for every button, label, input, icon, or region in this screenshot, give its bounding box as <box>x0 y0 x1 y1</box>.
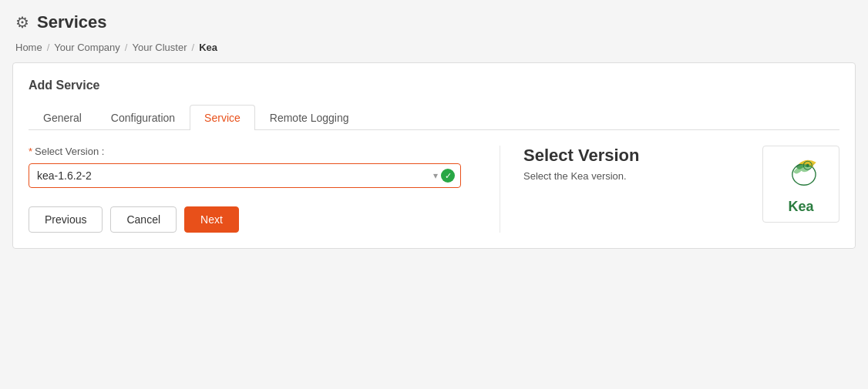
svg-point-2 <box>806 164 809 167</box>
help-text-area: Select Version Select the Kea version. <box>523 146 639 182</box>
page-title: Services <box>37 12 107 32</box>
breadcrumb-cluster[interactable]: Your Cluster <box>132 42 187 53</box>
content-area: *Select Version : kea-1.6.2-2 kea-1.5.0-… <box>29 146 839 233</box>
select-version-label: *Select Version : <box>29 146 461 157</box>
form-section: *Select Version : kea-1.6.2-2 kea-1.5.0-… <box>29 146 484 233</box>
tab-remote-logging[interactable]: Remote Logging <box>255 105 364 130</box>
tab-service[interactable]: Service <box>190 105 255 130</box>
select-version-wrapper: kea-1.6.2-2 kea-1.5.0-1 kea-1.4.0-1 ▾ ✓ <box>29 163 461 188</box>
vertical-divider <box>500 146 500 233</box>
breadcrumb-current: Kea <box>199 42 217 53</box>
help-section: Select Version Select the Kea version. <box>516 146 839 233</box>
breadcrumb-company[interactable]: Your Company <box>54 42 120 53</box>
next-button[interactable]: Next <box>184 206 239 233</box>
breadcrumb-sep-2: / <box>125 42 128 53</box>
tab-configuration[interactable]: Configuration <box>96 105 190 130</box>
tab-general[interactable]: General <box>29 105 96 130</box>
kea-logo-box: Kea <box>762 146 839 223</box>
services-icon: ⚙ <box>15 13 29 32</box>
breadcrumb-home[interactable]: Home <box>15 42 42 53</box>
tab-bar: General Configuration Service Remote Log… <box>29 105 839 130</box>
required-star: * <box>29 146 32 157</box>
help-description: Select the Kea version. <box>523 170 639 182</box>
cancel-button[interactable]: Cancel <box>110 206 177 233</box>
breadcrumb-sep-3: / <box>192 42 195 53</box>
previous-button[interactable]: Previous <box>29 206 103 233</box>
kea-logo-label: Kea <box>788 199 813 215</box>
main-card: Add Service General Configuration Servic… <box>12 62 856 249</box>
breadcrumb-sep-1: / <box>47 42 50 53</box>
select-version-input[interactable]: kea-1.6.2-2 kea-1.5.0-1 kea-1.4.0-1 <box>29 163 461 188</box>
form-actions: Previous Cancel Next <box>29 206 461 233</box>
help-row: Select Version Select the Kea version. <box>523 146 839 223</box>
breadcrumb: Home / Your Company / Your Cluster / Kea <box>0 39 868 62</box>
help-title: Select Version <box>523 146 639 166</box>
kea-logo-svg <box>780 153 823 196</box>
card-title: Add Service <box>29 79 839 92</box>
